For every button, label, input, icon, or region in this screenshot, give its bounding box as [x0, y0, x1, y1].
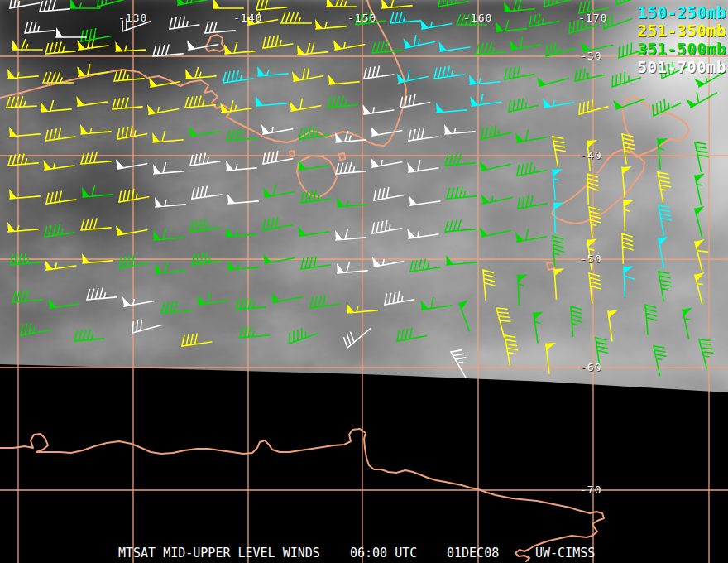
- longitude-label: -170: [578, 12, 607, 23]
- legend-item-501-700mb: 501-700mb: [638, 58, 726, 76]
- product-title: MTSAT MID-UPPER LEVEL WINDS: [118, 547, 320, 560]
- coastline-antarctica: [0, 429, 604, 561]
- latitude-label: -30: [580, 51, 601, 61]
- valid-time: 06:00 UTC: [350, 547, 417, 560]
- latitude-label: -70: [580, 484, 601, 495]
- longitude-label: -160: [463, 12, 492, 23]
- legend-item-251-350mb: 251-350mb: [638, 22, 726, 40]
- legend-item-150-250mb: 150-250mb: [638, 3, 726, 22]
- source-credit: UW-CIMSS: [535, 547, 595, 560]
- coastlines: [0, 0, 689, 561]
- coastline-flinders_island: [339, 153, 345, 160]
- latitude-label: -50: [580, 253, 601, 264]
- coastline-lake: [205, 35, 225, 51]
- pressure-level-legend: 150-250mb 251-350mb 351-500mb 501-700mb: [638, 3, 726, 76]
- wind-barb-pennants-c: [256, 19, 668, 273]
- grid-coast-windbarb-layer: [0, 0, 728, 563]
- longitude-label: -150: [347, 12, 376, 23]
- coastline-king_island: [290, 151, 295, 156]
- longitude-label: -130: [118, 12, 147, 23]
- coastline-australia_south_east: [0, 0, 406, 146]
- wind-barb-pennants-w: [56, 27, 452, 306]
- coastline-stewart_island: [547, 262, 554, 270]
- longitude-label: -140: [233, 12, 262, 23]
- latitude-label: -40: [580, 150, 601, 161]
- latitude-label: -60: [580, 362, 601, 373]
- valid-date: 01DEC08: [447, 547, 499, 560]
- satellite-wind-map: -130-140-150-160-170-30-40-50-60-70 150-…: [0, 0, 728, 563]
- legend-item-351-500mb: 351-500mb: [638, 40, 726, 58]
- coastline-tasmania: [297, 156, 337, 197]
